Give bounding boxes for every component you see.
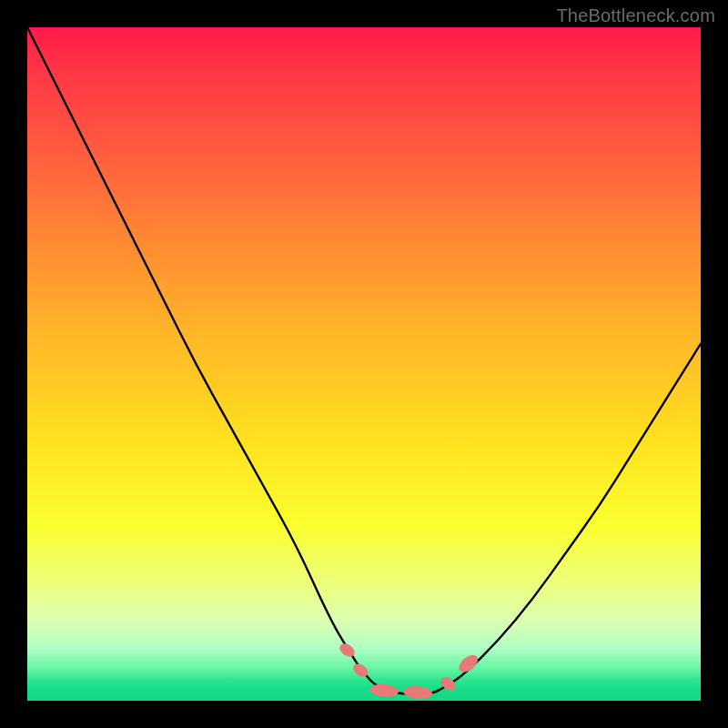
curve-marker — [338, 641, 358, 659]
chart-frame: TheBottleneck.com — [0, 0, 728, 728]
watermark-text: TheBottleneck.com — [556, 5, 715, 26]
plot-area — [27, 27, 701, 701]
curve-marker — [369, 683, 399, 699]
curve-marker — [403, 685, 433, 701]
curve-marker — [439, 674, 459, 693]
curve-marker — [456, 652, 480, 675]
curve-marker — [350, 662, 370, 680]
curve-markers — [27, 27, 701, 701]
